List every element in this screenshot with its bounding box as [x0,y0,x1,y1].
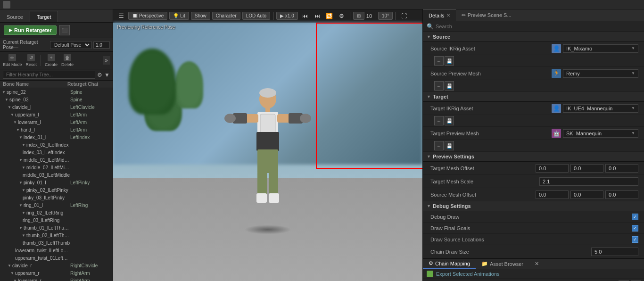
grid-button[interactable]: ⊞ [353,12,364,20]
list-item[interactable]: middle_03_lLeftMiddle [0,171,113,179]
target-mesh-asset-box[interactable]: SK_Mannequin ▼ [563,129,638,138]
list-item[interactable]: ▼ upperarm_l LeftArm [0,111,113,118]
draw-final-goals-checkbox[interactable]: ✓ [632,225,638,231]
viewport[interactable]: ☰ 🔲 Perspective 💡 Lit Show Character LOD… [113,9,422,281]
target-ikrig-save-button[interactable]: 💾 [445,116,454,125]
target-section-header[interactable]: ▼ Target [423,92,644,102]
maximize-button[interactable]: ⛶ [399,11,409,21]
tab-preview-scene[interactable]: ✏ Preview Scene S... [456,9,517,21]
lit-button[interactable]: 💡 Lit [169,12,189,20]
list-item[interactable]: pinky_03_lLeftPinky [0,194,113,201]
source-mesh-save-button[interactable]: 💾 [445,81,454,91]
pose-dropdown[interactable]: Default Pose [50,41,91,49]
lod-auto-button[interactable]: LOD Auto [242,12,270,20]
source-mesh-offset-y[interactable] [570,190,603,199]
hierarchy-more-icon[interactable]: ▼ [104,72,110,78]
prev-frame-button[interactable]: ⏮ [300,11,310,21]
list-item[interactable]: thumb_03_lLeftThumb [0,239,113,247]
tab-chain-mapping[interactable]: ⚙ Chain Mapping [423,259,476,269]
chain-draw-size-input[interactable] [591,248,638,256]
list-item[interactable]: ▼ thumb_01_lLeftThumb [0,224,113,231]
export-link[interactable]: Export Selected Animations [436,271,500,277]
list-item[interactable]: ▼ spine_02 Spine [0,88,113,96]
list-item[interactable]: ▼ spine_03 Spine [0,96,113,103]
delete-tool[interactable]: 🗑 Delete [61,54,74,67]
frame-settings-button[interactable]: ⚙ [337,11,347,21]
source-mesh-browse-button[interactable]: ← [434,81,444,91]
preview-settings-header[interactable]: ▼ Preview Settings [423,152,644,162]
search-icon: 🔍 [427,23,434,30]
list-item[interactable]: lowerarm_twist_lLeftLowerArm [0,247,113,254]
target-mesh-offset-z[interactable] [605,164,638,173]
list-item[interactable]: ▼ index_01_l LeftIndex [0,133,113,141]
tab-target[interactable]: Target [30,11,58,22]
target-mesh-offset-y[interactable] [570,164,603,173]
source-mesh-offset-x[interactable] [536,190,569,199]
bone-name: thumb_02_lLeftThumb [26,233,70,238]
create-tool[interactable]: + Create [45,54,58,67]
list-item[interactable]: ▼ middle_02_lLeftMiddle [0,164,113,171]
list-item[interactable]: ▼ pinky_01_l LeftPinky [0,179,113,186]
source-mesh-asset-box[interactable]: Remy ▼ [563,69,638,78]
source-section-header[interactable]: ▼ Source [423,32,644,42]
character-button[interactable]: Character [212,12,240,20]
run-retargeter-button[interactable]: Run Retargeter [4,25,57,35]
list-item[interactable]: ▼ ring_01_l LeftRing [0,201,113,209]
extra-btn[interactable]: ⬛ [59,25,70,35]
bone-name: middle_01_lLeftMiddle [24,157,70,163]
details-search-input[interactable] [436,24,640,29]
list-item[interactable]: ▼ thumb_02_lLeftThumb [0,231,113,239]
next-frame-button[interactable]: ⏭ [312,11,322,21]
expand-panel-button[interactable]: » [103,56,110,65]
list-item[interactable]: ▼ clavicle_r RightClavicle [0,262,113,269]
export-icon [427,271,433,277]
tab-asset-browser[interactable]: 📁 Asset Browser [476,259,529,269]
source-ikrig-browse-button[interactable]: ← [434,56,444,66]
list-item[interactable]: ▼ clavicle_l LeftClavicle [0,103,113,111]
source-ikrig-save-button[interactable]: 💾 [445,56,454,66]
list-item[interactable]: ring_03_lLeftRing [0,216,113,224]
target-mesh-save-button[interactable]: 💾 [445,141,454,150]
list-item[interactable]: ▼ index_02_lLeftIndex [0,141,113,149]
target-ikrig-browse-button[interactable]: ← [434,116,444,125]
tab-source[interactable]: Source [0,11,30,22]
play-speed-button[interactable]: ▶ x1.0 [276,12,298,20]
target-ikrig-asset-box[interactable]: IK_UE4_Mannequin ▼ [563,104,638,113]
list-item[interactable]: ▼ lowerarm_r RightArm [0,277,113,281]
target-mesh-browse-button[interactable]: ← [434,141,444,150]
debug-settings-collapse-icon: ▼ [427,204,431,208]
debug-settings-header[interactable]: ▼ Debug Settings [423,201,644,211]
target-mesh-offset-x[interactable] [536,164,569,173]
source-mesh-offset-z[interactable] [605,190,638,199]
bone-name: lowerarm_twist_lLeftLowerArm [15,248,70,253]
tab-details[interactable]: Details ✕ [423,9,456,21]
angle-button[interactable]: 10° [378,12,393,20]
list-item[interactable]: ▼ upperarm_r RightArm [0,269,113,277]
perspective-label: Perspective [139,13,164,18]
draw-source-locations-checkbox[interactable]: ✓ [632,236,638,243]
list-item[interactable]: index_03_lLeftIndex [0,149,113,156]
debug-draw-checkbox[interactable]: ✓ [632,214,638,220]
bone-name: index_02_lLeftIndex [26,142,70,148]
target-mesh-scale-input[interactable] [539,177,638,186]
filter-hierarchy-input[interactable] [3,71,95,79]
list-item[interactable]: ▼ pinky_02_lLeftPinky [0,186,113,194]
edit-mode-tool[interactable]: ✏ Edit Mode [3,54,22,67]
source-ikrig-asset-box[interactable]: IK_Mixamo ▼ [563,44,638,53]
list-item[interactable]: upperarm_twist_01LeftUpperArm [0,254,113,262]
reset-tool[interactable]: ↺ Reset [26,54,37,67]
lod-count: 10 [366,13,372,19]
list-item[interactable]: ▼ hand_l LeftArm [0,126,113,133]
bone-name: spine_02 [7,90,70,95]
details-tab-close[interactable]: ✕ [446,13,450,18]
loop-button[interactable]: 🔁 [324,11,335,21]
perspective-button[interactable]: 🔲 Perspective [128,12,167,20]
tab-close-button[interactable]: ✕ [529,259,545,269]
hamburger-button[interactable]: ☰ [116,11,126,21]
list-item[interactable]: ▼ lowerarm_l LeftArm [0,118,113,126]
list-item[interactable]: ▼ ring_02_lLeftRing [0,209,113,216]
hierarchy-settings-icon[interactable]: ⚙ [97,72,102,78]
show-button[interactable]: Show [191,12,210,20]
pose-value-input[interactable] [93,41,110,49]
list-item[interactable]: ▼ middle_01_lLeftMiddle [0,156,113,164]
